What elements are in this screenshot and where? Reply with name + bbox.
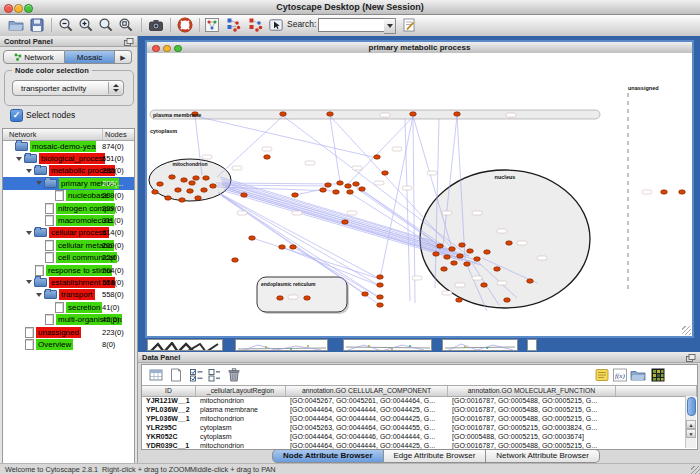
tree-row[interactable]: cell communicat22(0) (3, 252, 134, 264)
background-frame-fragment[interactable] (442, 339, 518, 351)
tree-row[interactable]: cellular metabo209(0) (3, 239, 134, 251)
network-node[interactable] (377, 275, 384, 279)
network-node[interactable] (290, 245, 297, 249)
network-node[interactable] (320, 188, 327, 192)
scroll-down-arrow[interactable]: ▼ (686, 429, 696, 438)
tab-node-attribute-browser[interactable]: Node Attribute Browser (272, 449, 384, 463)
network-node[interactable] (337, 181, 344, 185)
network-node[interactable] (157, 182, 164, 186)
tab-edge-attribute-browser[interactable]: Edge Attribute Browser (384, 449, 487, 463)
search-input[interactable] (318, 18, 386, 32)
network-node[interactable] (169, 175, 176, 179)
network-node[interactable] (441, 267, 448, 271)
tree-row[interactable]: response to stimul264(0) (3, 264, 134, 276)
network-node[interactable] (193, 176, 200, 180)
tree-row[interactable]: macromolecule311(0) (3, 214, 134, 226)
network-node[interactable] (679, 190, 686, 194)
network-node[interactable] (280, 112, 287, 116)
network-node[interactable] (437, 244, 444, 248)
network-node[interactable] (374, 155, 381, 159)
network-node[interactable] (433, 252, 440, 256)
zoom-fit-icon[interactable] (98, 17, 114, 33)
network-node[interactable] (179, 198, 186, 202)
network-node[interactable] (203, 176, 210, 180)
scroll-up-arrow[interactable]: ▲ (686, 420, 696, 429)
network-node[interactable] (451, 261, 458, 265)
table-row[interactable]: YJR121W__1mitochondrion[GO:0045267, GO:0… (142, 396, 697, 405)
zoom-out-icon[interactable] (58, 17, 74, 33)
network-node[interactable] (464, 262, 471, 266)
scrollbar-thumb[interactable] (687, 397, 696, 416)
network-node[interactable] (279, 245, 286, 249)
tree-row[interactable]: transport558(0) (3, 289, 134, 301)
tree-row[interactable]: unassigned223(0) (3, 326, 134, 338)
network-node[interactable] (527, 279, 534, 283)
window-resize-grip[interactable] (691, 466, 700, 474)
network-node[interactable] (152, 190, 159, 194)
tab-overflow-arrow[interactable]: ▶ (115, 50, 132, 64)
network-node[interactable] (195, 196, 202, 200)
network-node[interactable] (504, 298, 511, 302)
tree-row[interactable]: primary metabo209(... (3, 177, 134, 189)
table-column-header[interactable]: ID (142, 386, 196, 396)
node-color-dropdown[interactable]: transporter activity (12, 80, 124, 96)
tree-row[interactable]: secretion41(0) (3, 301, 134, 313)
table-column-header[interactable]: annotation.GO CELLULAR_COMPONENT (286, 386, 448, 396)
search-options-icon[interactable] (401, 17, 417, 33)
select-mode-icon[interactable] (268, 17, 284, 33)
network-node[interactable] (444, 255, 451, 259)
expander-icon[interactable] (26, 169, 32, 173)
network-node[interactable] (457, 254, 464, 258)
network-node[interactable] (377, 283, 384, 287)
tree-col-nodes[interactable]: Nodes (102, 129, 127, 140)
tree-row[interactable]: nitrogen compo209(0) (3, 202, 134, 214)
save-icon[interactable] (29, 17, 45, 33)
table-row[interactable]: YPL036W__2plasma membrane[GO:0044464, GO… (142, 405, 697, 414)
select-nodes-checkbox[interactable]: ✓ (10, 109, 23, 122)
network-node[interactable] (382, 171, 389, 175)
tree-row[interactable]: nucleobase-209(0) (3, 190, 134, 202)
network-node[interactable] (661, 190, 668, 194)
network-node[interactable] (264, 155, 271, 159)
open-icon[interactable] (8, 17, 24, 33)
annotation-unlink-icon[interactable] (248, 17, 264, 33)
import-table-icon[interactable] (630, 367, 646, 383)
matrix-icon[interactable] (650, 367, 666, 383)
tab-network[interactable]: Network (3, 50, 65, 64)
table-row[interactable]: YKR052Ccytoplasm[GO:0044464, GO:0044446,… (142, 432, 697, 441)
delete-attribute-icon[interactable] (226, 367, 242, 383)
network-node[interactable] (377, 295, 384, 299)
annotation-link-icon[interactable] (226, 17, 242, 33)
table-row[interactable]: YPL036W__1mitochondrion[GO:0044464, GO:0… (142, 414, 697, 423)
network-node[interactable] (449, 247, 456, 251)
table-column-header[interactable]: _cellularLayoutRegion (196, 386, 286, 396)
network-node[interactable] (484, 250, 491, 254)
float-panel-icon[interactable] (124, 38, 134, 46)
single-checkbox-icon[interactable] (206, 367, 222, 383)
network-node[interactable] (175, 188, 182, 192)
network-node[interactable] (327, 112, 334, 116)
expander-icon[interactable] (36, 181, 42, 185)
tree-row[interactable]: mosaic-demo-yeast874(0) (3, 140, 134, 152)
tree-row[interactable]: Overview8(0) (3, 338, 134, 350)
network-node[interactable] (189, 181, 196, 185)
table-row[interactable]: YLR295Ccytoplasm[GO:0045263, GO:0044464,… (142, 423, 697, 432)
network-node[interactable] (292, 193, 299, 197)
network-node[interactable] (342, 220, 349, 224)
network-panel-icon[interactable] (204, 17, 220, 33)
network-node[interactable] (459, 243, 466, 247)
snapshot-icon[interactable] (148, 17, 164, 33)
canvas-resize-grip[interactable] (682, 326, 691, 335)
zoom-in-icon[interactable] (78, 17, 94, 33)
network-node[interactable] (494, 267, 501, 271)
select-attributes-icon[interactable] (148, 367, 164, 383)
network-node[interactable] (362, 292, 369, 296)
background-frame-fragment[interactable] (235, 339, 328, 351)
network-node[interactable] (410, 112, 417, 116)
network-node[interactable] (304, 296, 311, 300)
network-node[interactable] (165, 196, 172, 200)
network-node[interactable] (359, 187, 366, 191)
float-panel-icon[interactable] (686, 354, 696, 362)
expander-icon[interactable] (26, 231, 32, 235)
network-view-frame[interactable]: primary metabolic process plasma membran… (145, 40, 694, 338)
